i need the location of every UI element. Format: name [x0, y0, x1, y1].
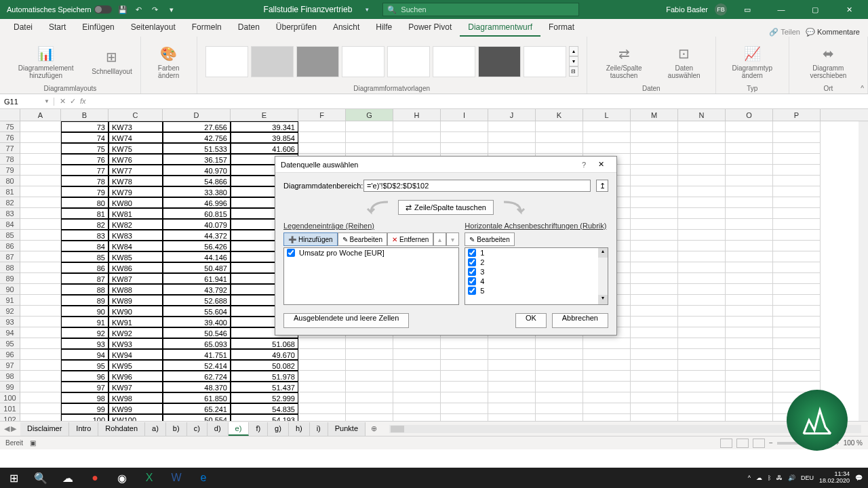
- cell[interactable]: [20, 306, 61, 317]
- cell[interactable]: [583, 414, 631, 421]
- axis-checkbox[interactable]: [468, 249, 476, 257]
- clock[interactable]: 11:34 18.02.2020: [819, 471, 850, 485]
- cell[interactable]: 83: [61, 230, 108, 241]
- row-header[interactable]: 83: [0, 208, 20, 219]
- obs-icon[interactable]: ◉: [108, 468, 136, 488]
- cell[interactable]: [773, 219, 821, 230]
- chart-style-6[interactable]: [433, 46, 475, 77]
- cell[interactable]: 54.835: [231, 403, 298, 414]
- cell[interactable]: 80: [61, 197, 108, 208]
- cell[interactable]: [441, 360, 488, 371]
- cell[interactable]: [346, 392, 393, 403]
- cell[interactable]: [346, 338, 393, 349]
- sheet-tab-f[interactable]: f): [249, 422, 268, 436]
- cell[interactable]: [773, 154, 821, 165]
- column-header-J[interactable]: J: [488, 109, 536, 121]
- cell[interactable]: KW83: [108, 230, 163, 241]
- cell[interactable]: [726, 186, 773, 197]
- cell[interactable]: KW78: [108, 176, 163, 186]
- edit-series-button[interactable]: ✎Bearbeiten: [338, 232, 387, 246]
- chart-data-range-input[interactable]: [363, 180, 591, 192]
- cell[interactable]: [583, 382, 631, 392]
- cell[interactable]: [773, 306, 821, 317]
- cell[interactable]: 44.146: [163, 251, 231, 262]
- cell[interactable]: 84: [61, 241, 108, 251]
- cell[interactable]: KW92: [108, 327, 163, 338]
- cell[interactable]: [20, 273, 61, 284]
- cell[interactable]: [346, 121, 393, 132]
- row-header[interactable]: 93: [0, 317, 20, 327]
- cell[interactable]: [346, 382, 393, 392]
- cell[interactable]: [631, 349, 678, 360]
- row-header[interactable]: 86: [0, 241, 20, 251]
- cell[interactable]: 27.656: [163, 121, 231, 132]
- cell[interactable]: 91: [61, 317, 108, 327]
- cell[interactable]: [536, 143, 583, 154]
- cell[interactable]: KW98: [108, 392, 163, 403]
- column-header-H[interactable]: H: [393, 109, 441, 121]
- name-box[interactable]: G11 ▼: [0, 98, 54, 106]
- cell[interactable]: [20, 414, 61, 421]
- row-header[interactable]: 95: [0, 338, 20, 349]
- cell[interactable]: [631, 327, 678, 338]
- cell[interactable]: [678, 219, 726, 230]
- cell[interactable]: [583, 371, 631, 382]
- cell[interactable]: [678, 230, 726, 241]
- cell[interactable]: 49.670: [231, 349, 298, 360]
- column-header-A[interactable]: A: [20, 109, 61, 121]
- cell[interactable]: [678, 327, 726, 338]
- cell[interactable]: [583, 403, 631, 414]
- row-header[interactable]: 96: [0, 349, 20, 360]
- column-header-L[interactable]: L: [583, 109, 631, 121]
- chart-style-5[interactable]: [387, 46, 430, 77]
- cell[interactable]: KW73: [108, 121, 163, 132]
- cell[interactable]: [393, 382, 441, 392]
- close-icon[interactable]: ✕: [835, 0, 863, 19]
- cell[interactable]: [298, 371, 346, 382]
- row-header[interactable]: 90: [0, 284, 20, 295]
- cell[interactable]: [631, 371, 678, 382]
- cell[interactable]: [631, 154, 678, 165]
- sheet-tab-intro[interactable]: Intro: [69, 422, 98, 436]
- ribbon-tab-start[interactable]: Start: [41, 19, 74, 37]
- range-selector-icon[interactable]: ↥: [596, 180, 608, 192]
- cell[interactable]: 51.533: [163, 143, 231, 154]
- cell[interactable]: 39.341: [231, 121, 298, 132]
- cell[interactable]: 52.999: [231, 392, 298, 403]
- column-header-F[interactable]: F: [298, 109, 346, 121]
- undo-icon[interactable]: ↶: [134, 4, 144, 15]
- user-avatar[interactable]: FB: [715, 3, 727, 16]
- cell[interactable]: 73: [61, 121, 108, 132]
- cell[interactable]: [678, 241, 726, 251]
- cell[interactable]: [298, 143, 346, 154]
- chevron-down-icon[interactable]: ▼: [44, 98, 50, 104]
- row-header[interactable]: 94: [0, 327, 20, 338]
- cell[interactable]: [536, 121, 583, 132]
- cell[interactable]: [441, 132, 488, 143]
- cell[interactable]: 82: [61, 219, 108, 230]
- cell[interactable]: [441, 338, 488, 349]
- cell[interactable]: KW75: [108, 143, 163, 154]
- page-break-view-icon[interactable]: [753, 439, 765, 448]
- cell[interactable]: KW96: [108, 371, 163, 382]
- cell[interactable]: [678, 208, 726, 219]
- cell[interactable]: [20, 186, 61, 197]
- cell[interactable]: 40.079: [163, 219, 231, 230]
- cell[interactable]: [393, 143, 441, 154]
- cell[interactable]: 51.978: [231, 371, 298, 382]
- cell[interactable]: 39.400: [163, 317, 231, 327]
- ribbon-tab-einfügen[interactable]: Einfügen: [74, 19, 122, 37]
- row-header[interactable]: 85: [0, 230, 20, 241]
- cell[interactable]: [488, 360, 536, 371]
- axis-checkbox[interactable]: [468, 277, 476, 285]
- chart-style-8[interactable]: [524, 46, 566, 77]
- sheet-tab-e[interactable]: e): [229, 422, 250, 436]
- axis-item[interactable]: 2: [465, 258, 608, 267]
- sheet-tab-i[interactable]: i): [310, 422, 328, 436]
- chart-style-2[interactable]: [251, 46, 294, 77]
- column-header-E[interactable]: E: [231, 109, 298, 121]
- cell[interactable]: [441, 414, 488, 421]
- cell[interactable]: 50.487: [163, 262, 231, 273]
- cell[interactable]: [678, 197, 726, 208]
- cell[interactable]: [393, 121, 441, 132]
